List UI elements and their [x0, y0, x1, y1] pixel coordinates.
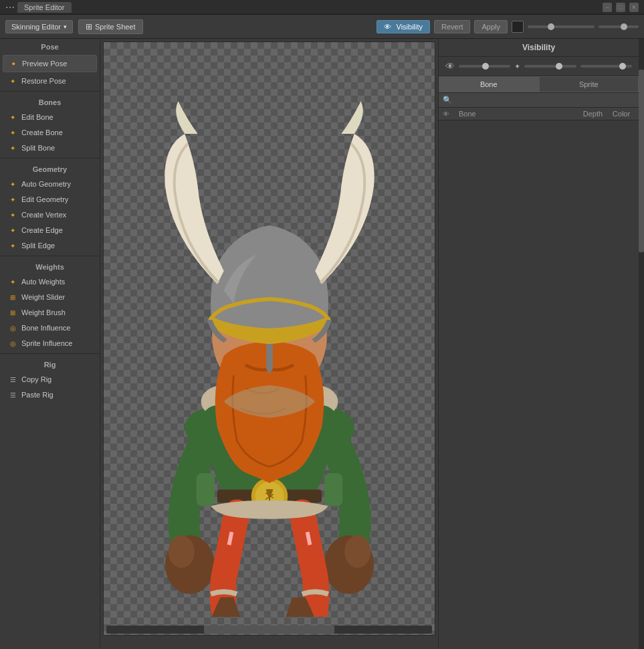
- sprite-sheet-icon: ⊞: [86, 22, 92, 31]
- svg-point-7: [168, 535, 194, 568]
- bone-slider-icon: ✦: [514, 62, 520, 71]
- auto-geometry-icon: ✦: [8, 179, 17, 189]
- divider-3: [0, 256, 100, 256]
- split-edge-label: Split Edge: [21, 242, 55, 250]
- visibility-button[interactable]: 👁 Visibility: [377, 20, 430, 33]
- create-edge-label: Create Edge: [21, 226, 63, 234]
- canvas-area[interactable]: [103, 41, 435, 636]
- vis-slider-1[interactable]: [459, 65, 510, 68]
- apply-button[interactable]: Apply: [474, 20, 508, 33]
- create-edge-icon: ✦: [8, 225, 17, 235]
- svg-rect-10: [196, 473, 214, 506]
- paste-rig-button[interactable]: ☰ Paste Rig: [3, 387, 97, 402]
- search-input[interactable]: [455, 96, 635, 104]
- tree-header-color-label: Color: [608, 110, 635, 118]
- bones-section-header: Bones: [0, 94, 100, 109]
- auto-weights-icon: ✦: [8, 277, 17, 286]
- bone-influence-label: Bone Influence: [21, 324, 70, 332]
- edit-geometry-button[interactable]: ✦ Edit Geometry: [3, 192, 97, 207]
- rig-section-header: Rig: [0, 357, 100, 371]
- geometry-section-header: Geometry: [0, 161, 100, 176]
- vis-slider-2[interactable]: [524, 65, 576, 68]
- slider-thumb-2[interactable]: [621, 23, 627, 30]
- right-scrollbar[interactable]: [639, 39, 644, 649]
- title-tab: Sprite Editor: [17, 2, 72, 13]
- auto-geometry-button[interactable]: ✦ Auto Geometry: [3, 177, 97, 191]
- vis-slider-1-thumb[interactable]: [482, 63, 489, 70]
- skinning-editor-label: Skinning Editor: [11, 23, 61, 31]
- vis-slider-2-thumb[interactable]: [556, 63, 562, 70]
- slider-track-2[interactable]: [599, 25, 639, 28]
- horizontal-scrollbar[interactable]: [106, 626, 432, 634]
- edit-geometry-icon: ✦: [8, 195, 17, 204]
- minimize-button[interactable]: –: [603, 3, 612, 12]
- skinning-editor-dropdown[interactable]: Skinning Editor: [5, 20, 73, 33]
- slider-thumb-1[interactable]: [548, 23, 554, 30]
- create-bone-button[interactable]: ✦ Create Bone: [3, 125, 97, 140]
- title-bar: ⋯ Sprite Editor – □ ✕: [0, 0, 644, 15]
- menu-dots[interactable]: ⋯: [5, 2, 15, 13]
- edit-bone-label: Edit Bone: [21, 113, 53, 121]
- bone-influence-button[interactable]: ◎ Bone Influence: [3, 320, 97, 335]
- weight-slider-label: Weight Slider: [21, 293, 65, 301]
- revert-label: Revert: [441, 23, 463, 31]
- bone-influence-icon: ◎: [8, 323, 17, 333]
- revert-button[interactable]: Revert: [434, 20, 470, 33]
- color-swatch[interactable]: [512, 21, 524, 33]
- vis-slider-3[interactable]: [580, 65, 632, 68]
- restore-pose-button[interactable]: ✦ Restore Pose: [3, 74, 97, 88]
- weight-brush-label: Weight Brush: [21, 308, 66, 316]
- right-panel: Visibility 👁 ✦ Bone Sprite: [438, 39, 639, 649]
- visibility-label: Visibility: [397, 23, 423, 31]
- weight-brush-button[interactable]: ⊞ Weight Brush: [3, 305, 97, 320]
- split-bone-button[interactable]: ✦ Split Bone: [3, 141, 97, 155]
- left-panel: Pose ✦ Preview Pose ✦ Restore Pose Bones…: [0, 39, 100, 649]
- bone-tab[interactable]: Bone: [439, 76, 539, 92]
- maximize-button[interactable]: □: [616, 3, 625, 12]
- weight-slider-button[interactable]: ⊞ Weight Slider: [3, 290, 97, 304]
- split-bone-label: Split Bone: [21, 144, 55, 152]
- weight-slider-icon: ⊞: [8, 292, 17, 302]
- vis-slider-3-thumb[interactable]: [619, 63, 626, 70]
- right-scrollbar-thumb[interactable]: [639, 70, 644, 253]
- split-edge-icon: ✦: [8, 241, 17, 250]
- sprite-tab[interactable]: Sprite: [539, 76, 639, 92]
- sprite-sheet-button[interactable]: ⊞ Sprite Sheet: [78, 19, 143, 34]
- auto-weights-button[interactable]: ✦ Auto Weights: [3, 274, 97, 289]
- sprite-influence-button[interactable]: ◎ Sprite Influence: [3, 336, 97, 351]
- horizontal-scrollbar-thumb[interactable]: [204, 626, 334, 634]
- tree-header-depth-label: Depth: [578, 110, 608, 118]
- viking-sprite: [129, 82, 410, 617]
- eye-icon: 👁: [384, 23, 391, 31]
- bone-tree-content[interactable]: [439, 120, 639, 649]
- edit-bone-icon: ✦: [8, 112, 17, 122]
- copy-rig-icon: ☰: [8, 375, 17, 384]
- center-canvas[interactable]: [100, 39, 438, 649]
- auto-geometry-label: Auto Geometry: [21, 180, 71, 188]
- create-bone-label: Create Bone: [21, 128, 63, 136]
- slider-track-1[interactable]: [528, 25, 595, 28]
- search-row: 🔍: [439, 93, 639, 108]
- preview-pose-label: Preview Pose: [22, 60, 67, 68]
- restore-pose-icon: ✦: [8, 76, 17, 86]
- svg-rect-11: [324, 473, 342, 506]
- create-edge-button[interactable]: ✦ Create Edge: [3, 223, 97, 238]
- weights-section-header: Weights: [0, 259, 100, 274]
- tree-header-eye-icon: 👁: [443, 110, 456, 118]
- create-vertex-icon: ✦: [8, 210, 17, 219]
- visibility-sliders: 👁 ✦: [439, 57, 639, 76]
- bone-tab-label: Bone: [480, 80, 498, 88]
- create-vertex-label: Create Vertex: [21, 211, 66, 219]
- paste-rig-label: Paste Rig: [21, 391, 53, 399]
- sprite-influence-label: Sprite Influence: [21, 339, 72, 347]
- tree-header: 👁 Bone Depth Color: [439, 108, 639, 120]
- create-vertex-button[interactable]: ✦ Create Vertex: [3, 207, 97, 222]
- divider-1: [0, 91, 100, 92]
- copy-rig-button[interactable]: ☰ Copy Rig: [3, 372, 97, 387]
- close-button[interactable]: ✕: [629, 3, 639, 12]
- pose-section-header: Pose: [0, 39, 100, 54]
- preview-pose-button[interactable]: ✦ Preview Pose: [3, 55, 97, 72]
- edit-bone-button[interactable]: ✦ Edit Bone: [3, 110, 97, 124]
- bone-sprite-tabs: Bone Sprite: [439, 76, 639, 93]
- split-edge-button[interactable]: ✦ Split Edge: [3, 238, 97, 253]
